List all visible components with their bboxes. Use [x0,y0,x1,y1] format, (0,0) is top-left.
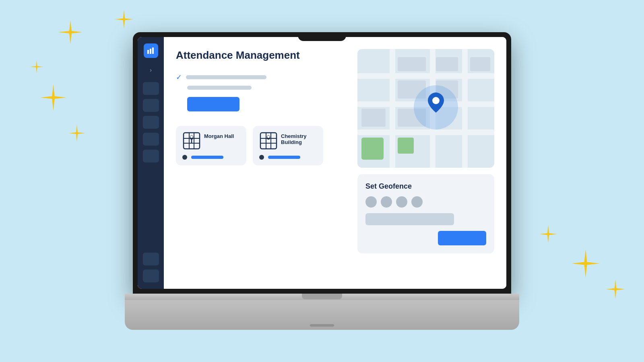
location-cards: Morgan Hall [176,126,348,165]
geo-dot-3 [396,196,407,208]
main-content: Attendance Management ✓ [164,37,506,289]
card-footer-2 [259,155,317,160]
card-bar-2 [268,156,300,159]
card-label-2: Chemistry Building [281,132,317,145]
svg-rect-18 [357,73,494,79]
sidebar-nav-item-1[interactable] [143,82,159,95]
sidebar-nav-item-5[interactable] [143,150,159,162]
card-dot-1 [182,155,187,160]
location-card-chemistry-building[interactable]: Chemistry Building [253,126,323,165]
location-map-icon-1 [182,132,201,150]
card-dot-2 [259,155,264,160]
sidebar-nav-item-3[interactable] [143,116,159,129]
geofence-title: Set Geofence [365,182,486,191]
sidebar: › [138,37,164,289]
location-map-icon-2 [259,132,278,150]
card-header-1: Morgan Hall [182,132,240,150]
svg-rect-25 [436,57,458,71]
sidebar-nav-item-7[interactable] [143,269,159,282]
svg-point-9 [190,136,193,138]
card-bar-1 [191,156,223,159]
svg-rect-29 [361,109,386,127]
sparkle-8 [572,249,600,278]
geo-dot-1 [365,196,377,208]
geo-dot-4 [411,196,423,208]
svg-rect-20 [357,130,494,135]
svg-point-34 [432,97,440,104]
svg-rect-26 [470,57,490,71]
form-area: ✓ [176,73,348,113]
sparkle-5 [68,125,85,142]
sidebar-nav-item-6[interactable] [143,253,159,265]
input-field-2[interactable] [187,86,252,90]
svg-rect-1 [150,49,151,54]
svg-rect-23 [462,49,468,168]
left-panel: Attendance Management ✓ [176,49,348,277]
screen-bezel: › Attendance Management ✓ [133,32,511,294]
geo-dot-2 [381,196,392,208]
logo-icon [147,47,155,55]
sparkle-9 [606,280,625,299]
svg-rect-21 [390,49,395,168]
form-row-1: ✓ [176,73,348,82]
laptop: › Attendance Management ✓ [125,32,519,330]
card-label-1: Morgan Hall [204,132,234,139]
map-svg [357,49,494,168]
svg-rect-0 [147,50,149,54]
sparkle-4 [40,84,66,111]
location-card-morgan-hall[interactable]: Morgan Hall [176,126,246,165]
set-geofence-button[interactable] [438,231,486,245]
sparkle-3 [30,60,43,73]
submit-button[interactable] [187,97,239,111]
svg-rect-24 [398,57,426,71]
map-container [357,49,494,168]
geofence-panel: Set Geofence [357,174,494,253]
check-icon: ✓ [176,73,182,82]
camera-notch [298,32,346,41]
card-footer-1 [182,155,240,160]
svg-rect-31 [361,138,384,160]
geofence-dots [365,196,486,208]
screen: › Attendance Management ✓ [138,37,506,289]
svg-rect-2 [152,47,154,54]
page-title: Attendance Management [176,49,348,62]
app-logo[interactable] [144,43,158,58]
sparkle-7 [539,225,557,243]
laptop-base [125,294,519,330]
expand-sidebar-button[interactable]: › [146,65,156,75]
geofence-input-bar[interactable] [365,213,454,225]
sidebar-nav-item-4[interactable] [143,133,159,146]
svg-point-16 [267,136,270,138]
sparkle-1 [58,20,83,44]
laptop-hinge-area [125,294,519,300]
svg-rect-32 [398,138,414,154]
sidebar-nav-item-2[interactable] [143,99,159,112]
laptop-bottom [125,300,519,330]
input-field-1[interactable] [186,75,266,79]
card-header-2: Chemistry Building [259,132,317,150]
laptop-hinge [302,294,342,299]
sparkle-2 [115,10,133,29]
right-panel: Set Geofence [357,49,494,277]
